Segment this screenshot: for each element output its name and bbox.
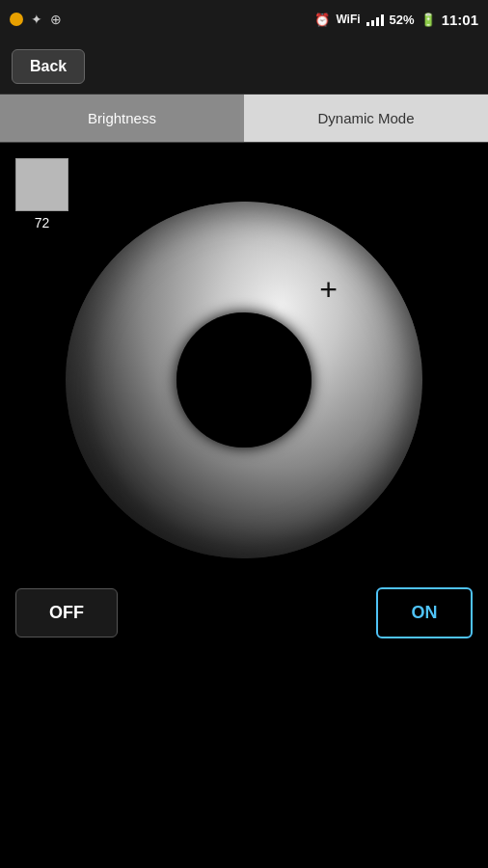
- notification-dot: [10, 13, 23, 26]
- brightness-knob[interactable]: +: [66, 202, 422, 558]
- knob-container: +: [0, 202, 488, 558]
- back-button[interactable]: Back: [12, 49, 85, 84]
- status-left-icons: ✦ ⊕: [10, 12, 62, 27]
- knob-inner-circle: [176, 312, 312, 448]
- tab-brightness[interactable]: Brightness: [0, 95, 244, 142]
- battery-icon: 🔋: [420, 13, 436, 27]
- signal-bars: [366, 13, 384, 26]
- status-bar: ✦ ⊕ ⏰ WiFi 52% 🔋 11:01: [0, 0, 488, 39]
- bottom-buttons: OFF ON: [0, 568, 488, 658]
- top-nav: Back: [0, 39, 488, 95]
- tabs-container: Brightness Dynamic Mode: [0, 95, 488, 143]
- status-time: 11:01: [442, 12, 478, 28]
- tab-dynamic-mode[interactable]: Dynamic Mode: [244, 95, 488, 142]
- usb-icon: ✦: [31, 12, 42, 27]
- off-button[interactable]: OFF: [15, 588, 118, 637]
- android-icon: ⊕: [50, 12, 62, 27]
- main-content: 72 + OFF ON: [0, 143, 488, 677]
- on-button[interactable]: ON: [376, 587, 473, 638]
- battery-percent: 52%: [390, 13, 415, 27]
- status-right-icons: ⏰ WiFi 52% 🔋 11:01: [314, 12, 478, 28]
- alarm-icon: ⏰: [314, 13, 330, 27]
- plus-icon: +: [319, 274, 338, 305]
- wifi-icon: WiFi: [336, 13, 360, 26]
